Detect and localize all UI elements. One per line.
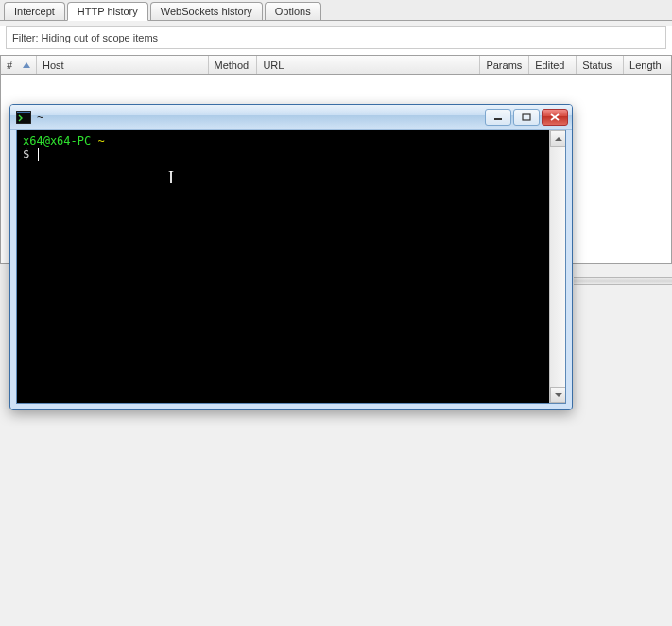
column-number[interactable]: # [1, 56, 37, 74]
column-length[interactable]: Length [624, 56, 671, 74]
panel-separator[interactable] [574, 277, 672, 285]
chevron-down-icon [555, 393, 562, 397]
terminal-window[interactable]: ~ x64@x64-PC ~ $ [9, 104, 573, 410]
tab-bar: Intercept HTTP history WebSockets histor… [0, 0, 672, 21]
scroll-down-button[interactable] [550, 387, 566, 403]
terminal-cursor [38, 148, 39, 161]
minimize-button[interactable] [485, 109, 511, 126]
window-buttons [485, 109, 568, 126]
column-edited[interactable]: Edited [529, 56, 577, 74]
close-icon [550, 113, 560, 121]
table-header: # Host Method URL Params Edited Status L… [0, 55, 672, 75]
text-caret-icon: I [168, 168, 174, 188]
maximize-button[interactable] [513, 109, 540, 126]
terminal-prompt-symbol: $ [23, 148, 29, 161]
tab-websockets-history[interactable]: WebSockets history [150, 2, 263, 20]
close-button[interactable] [542, 109, 568, 126]
sort-ascending-icon [23, 62, 30, 68]
filter-label: Filter: [12, 32, 39, 43]
filter-value: Hiding out of scope items [42, 32, 159, 43]
scroll-up-button[interactable] [550, 130, 566, 147]
column-params[interactable]: Params [480, 56, 529, 74]
titlebar[interactable]: ~ [10, 105, 572, 130]
terminal-scrollbar[interactable] [549, 130, 565, 403]
filter-bar[interactable]: Filter: Hiding out of scope items [6, 26, 666, 49]
terminal-body[interactable]: x64@x64-PC ~ $ I [16, 130, 566, 404]
terminal-prompt-user: x64@x64-PC [23, 134, 91, 148]
maximize-icon [522, 113, 531, 121]
terminal-app-icon [16, 111, 31, 124]
svg-rect-3 [523, 114, 530, 120]
column-status[interactable]: Status [577, 56, 624, 74]
column-host[interactable]: Host [37, 56, 209, 74]
tab-http-history[interactable]: HTTP history [67, 2, 148, 21]
column-method[interactable]: Method [209, 56, 258, 74]
column-url[interactable]: URL [257, 56, 480, 74]
terminal-prompt-path: ~ [97, 134, 104, 148]
chevron-up-icon [555, 137, 562, 141]
tab-intercept[interactable]: Intercept [4, 2, 65, 20]
minimize-icon [493, 113, 503, 121]
window-title: ~ [37, 111, 485, 124]
svg-rect-1 [17, 112, 30, 113]
terminal-content: x64@x64-PC ~ $ [23, 134, 544, 161]
column-number-label: # [7, 60, 12, 71]
tab-options[interactable]: Options [265, 2, 321, 20]
